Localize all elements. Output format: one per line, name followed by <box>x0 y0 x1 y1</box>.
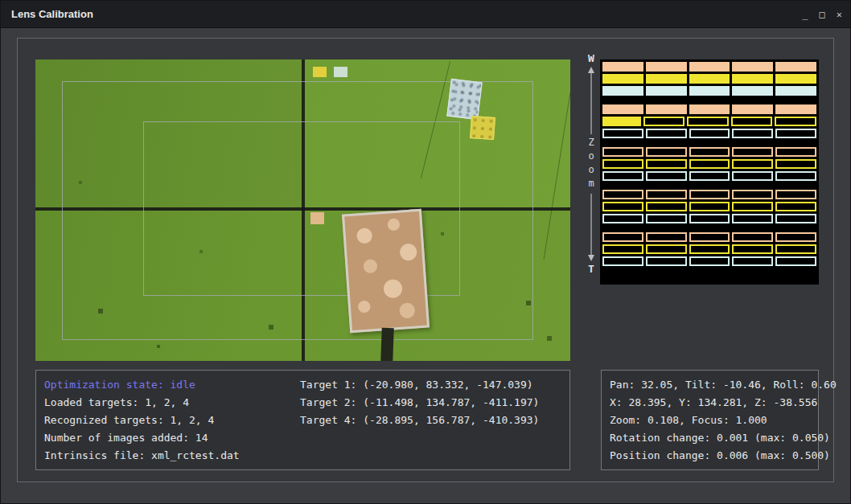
zoom-grid-cell <box>646 159 687 169</box>
tele-label: T <box>588 264 594 275</box>
zoom-grid-cell <box>732 129 773 138</box>
zoom-grid-cell <box>689 190 730 199</box>
zoom-grid-cell <box>732 244 773 254</box>
zoom-grid-cell <box>602 86 643 96</box>
titlebar: Lens Calibration _ □ ✕ <box>1 1 850 28</box>
status-panel: Optimization state: idle Loaded targets:… <box>35 370 570 470</box>
zoom-grid-row <box>602 117 816 126</box>
zoom-grid-cell <box>602 62 643 72</box>
marker-tan-square <box>310 212 324 224</box>
zoom-grid-cell <box>646 232 687 242</box>
intrinsics-file: Intrinsics file: xml_rctest.dat <box>44 449 240 463</box>
zoom-grid-cell <box>646 86 687 96</box>
zoom-grid-cell <box>602 202 643 211</box>
zoom-axis-label: Zoom <box>586 137 597 191</box>
zoom-grid-cell <box>731 117 773 126</box>
zoom-grid-cell <box>689 171 730 181</box>
zoom-grid-cell <box>775 190 816 199</box>
content-panel: W Zoom T Optimization state: idle Loaded… <box>17 38 834 482</box>
zoom-grid-cell <box>687 117 729 126</box>
zoom-grid-cell <box>646 147 687 157</box>
window-title: Lens Calibration <box>11 1 93 28</box>
zoom-grid-cell <box>732 159 773 169</box>
zoom-grid-cell <box>775 256 816 266</box>
zoom-grid-group <box>602 232 816 266</box>
zoom-focus: Zoom: 0.108, Focus: 1.000 <box>610 413 767 428</box>
target-4-coords: Target 4: (-28.895, 156.787, -410.393) <box>300 413 539 428</box>
zoom-grid-cell <box>689 214 730 223</box>
zoom-grid-cell <box>646 214 687 223</box>
zoom-grid-cell <box>689 202 730 211</box>
zoom-grid-cell <box>602 104 643 114</box>
zoom-grid-cell <box>775 171 816 181</box>
zoom-grid-cell <box>689 104 730 114</box>
zoom-grid-cell <box>602 117 641 126</box>
loaded-targets: Loaded targets: 1, 2, 4 <box>44 395 189 410</box>
zoom-grid-row <box>602 171 816 181</box>
position-change: Position change: 0.006 (max: 0.500) <box>610 449 830 463</box>
zoom-grid-cell <box>689 147 730 157</box>
zoom-grid-row <box>602 244 816 254</box>
calibration-board <box>342 209 430 334</box>
board-stand <box>380 328 393 361</box>
images-added-count: Number of images added: 14 <box>44 431 208 445</box>
zoom-grid-cell <box>775 232 816 242</box>
zoom-grid-cell <box>732 171 773 181</box>
zoom-grid-row <box>602 147 816 157</box>
zoom-grid-cell <box>775 86 816 96</box>
camera-view <box>35 59 570 361</box>
zoom-grid-group <box>602 62 816 96</box>
zoom-grid-cell <box>775 74 816 84</box>
target-paper-yellow <box>470 116 495 140</box>
zoom-grid-row <box>602 62 816 72</box>
zoom-grid-cell <box>689 86 730 96</box>
zoom-grid-cell <box>732 74 773 84</box>
arrow-down-icon <box>587 194 595 261</box>
zoom-grid-cell <box>732 202 773 211</box>
zoom-grid-cell <box>732 147 773 157</box>
target-paper-blue <box>446 79 482 120</box>
zoom-grid-cell <box>646 104 687 114</box>
zoom-grid-cell <box>775 202 816 211</box>
xyz-position: X: 28.395, Y: 134.281, Z: -38.556 <box>610 395 817 410</box>
zoom-grid-group <box>602 104 816 138</box>
zoom-grid-cell <box>732 104 773 114</box>
zoom-grid-cell <box>775 129 816 138</box>
arrow-up-icon <box>587 67 595 134</box>
floor-specks <box>35 59 37 61</box>
zoom-grid-cell <box>646 171 687 181</box>
zoom-grid-cell <box>732 190 773 199</box>
zoom-grid-cell <box>646 202 687 211</box>
zoom-grid-cell <box>775 214 816 223</box>
zoom-grid-cell <box>689 129 730 138</box>
zoom-grid-row <box>602 129 816 138</box>
target-1-coords: Target 1: (-20.980, 83.332, -147.039) <box>300 378 533 392</box>
maximize-button[interactable]: □ <box>820 1 825 28</box>
zoom-grid-cell <box>689 159 730 169</box>
zoom-grid-cell <box>775 104 816 114</box>
pan-tilt-roll: Pan: 32.05, Tilt: -10.46, Roll: 0.60 <box>610 378 837 392</box>
minimize-button[interactable]: _ <box>802 1 808 28</box>
close-button[interactable]: ✕ <box>837 1 842 28</box>
zoom-grid-row <box>602 86 816 96</box>
zoom-grid-cell <box>602 171 643 181</box>
zoom-grid <box>600 59 819 285</box>
zoom-grid-cell <box>643 117 685 126</box>
zoom-grid-cell <box>646 129 687 138</box>
zoom-grid-row <box>602 159 816 169</box>
rotation-change: Rotation change: 0.001 (max: 0.050) <box>610 431 830 445</box>
zoom-axis: W Zoom T <box>582 53 600 288</box>
zoom-grid-cell <box>602 244 643 254</box>
zoom-grid-cell <box>602 214 643 223</box>
zoom-grid-cell <box>775 244 816 254</box>
zoom-grid-row <box>602 256 816 266</box>
zoom-grid-cell <box>775 159 816 169</box>
zoom-grid-group <box>602 190 816 223</box>
marker-pale-square <box>334 67 347 77</box>
zoom-grid-cell <box>732 86 773 96</box>
optimization-state: Optimization state: idle <box>44 378 195 392</box>
window-controls: _ □ ✕ <box>802 1 842 28</box>
lens-calibration-window: Lens Calibration _ □ ✕ <box>0 0 851 504</box>
zoom-grid-cell <box>602 74 643 84</box>
zoom-grid-cell <box>689 74 730 84</box>
